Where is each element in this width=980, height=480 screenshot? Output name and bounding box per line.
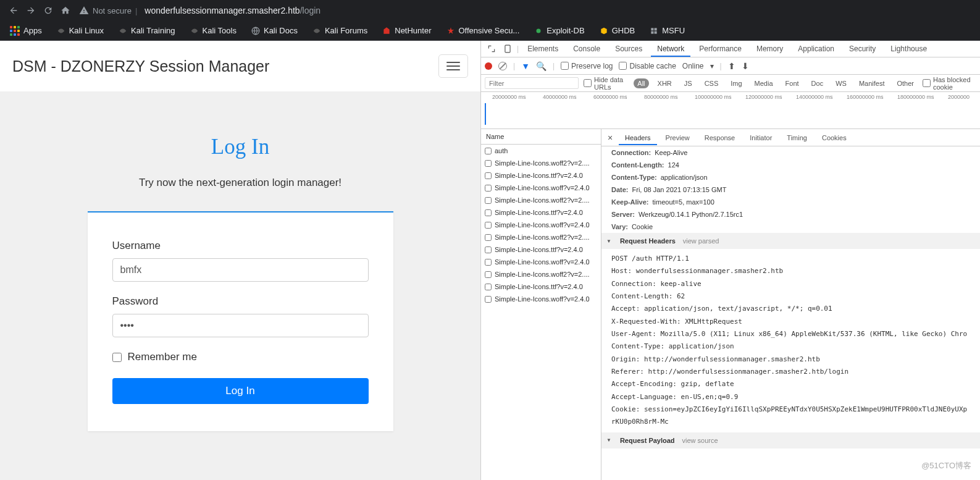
bookmark-msfu[interactable]: MSFU <box>645 23 690 38</box>
online-selector[interactable]: Online <box>682 62 704 70</box>
request-checkbox[interactable] <box>485 209 492 216</box>
hamburger-menu[interactable] <box>438 54 468 78</box>
request-item[interactable]: Simple-Line-Icons.woff2?v=2.... <box>481 157 601 169</box>
request-payload-section[interactable]: Request Payload view source <box>601 432 980 448</box>
filter-xhr[interactable]: XHR <box>654 78 676 88</box>
filter-input[interactable] <box>485 77 579 89</box>
filter-js[interactable]: JS <box>681 78 696 88</box>
password-input[interactable] <box>112 314 369 337</box>
chevron-down-icon[interactable]: ▾ <box>710 62 714 70</box>
tab-security[interactable]: Security <box>843 41 882 57</box>
request-checkbox[interactable] <box>485 284 492 290</box>
detail-tab-initiator[interactable]: Initiator <box>743 130 778 145</box>
clear-button[interactable] <box>498 62 507 70</box>
name-column-header[interactable]: Name <box>481 129 601 145</box>
request-item[interactable]: Simple-Line-Icons.woff?v=2.4.0 <box>481 182 601 194</box>
bookmark-kali-forums[interactable]: Kali Forums <box>308 23 372 38</box>
tab-network[interactable]: Network <box>651 41 690 57</box>
device-icon[interactable] <box>501 42 514 56</box>
filter-media[interactable]: Media <box>751 78 777 88</box>
request-name: Simple-Line-Icons.ttf?v=2.4.0 <box>495 283 583 290</box>
detail-panel: × Headers Preview Response Initiator Tim… <box>601 129 980 480</box>
remember-checkbox[interactable] <box>112 353 122 362</box>
request-item[interactable]: Simple-Line-Icons.woff?v=2.4.0 <box>481 219 601 231</box>
request-item[interactable]: Simple-Line-Icons.woff2?v=2.... <box>481 268 601 280</box>
bookmark-nethunter[interactable]: NetHunter <box>377 23 436 38</box>
tab-lighthouse[interactable]: Lighthouse <box>884 41 933 57</box>
filter-ws[interactable]: WS <box>832 78 850 88</box>
request-checkbox[interactable] <box>485 148 492 154</box>
request-checkbox[interactable] <box>485 172 492 179</box>
tab-memory[interactable]: Memory <box>750 41 789 57</box>
disable-cache-checkbox[interactable] <box>619 62 627 70</box>
request-item[interactable]: Simple-Line-Icons.woff2?v=2.... <box>481 194 601 206</box>
bookmark-kali-tools[interactable]: Kali Tools <box>185 23 241 38</box>
bookmark-kali-training[interactable]: Kali Training <box>114 23 180 38</box>
filter-img[interactable]: Img <box>727 78 745 88</box>
has-blocked-checkbox[interactable] <box>923 79 931 87</box>
request-checkbox[interactable] <box>485 222 492 229</box>
tab-console[interactable]: Console <box>567 41 606 57</box>
request-item[interactable]: auth <box>481 145 601 157</box>
preserve-log-checkbox[interactable] <box>561 62 569 70</box>
bookmark-ghdb[interactable]: GHDB <box>595 23 640 38</box>
inspect-icon[interactable] <box>485 42 498 56</box>
request-checkbox[interactable] <box>485 259 492 266</box>
request-item[interactable]: Simple-Line-Icons.ttf?v=2.4.0 <box>481 206 601 219</box>
request-checkbox[interactable] <box>485 246 492 253</box>
filter-icon[interactable]: ▼ <box>521 61 530 71</box>
tab-elements[interactable]: Elements <box>521 41 564 57</box>
detail-tab-cookies[interactable]: Cookies <box>816 130 853 145</box>
bookmark-kali-linux[interactable]: Kali Linux <box>52 23 109 38</box>
request-checkbox[interactable] <box>485 296 492 303</box>
bookmark-offensive[interactable]: Offensive Secu... <box>442 23 525 38</box>
filter-manifest[interactable]: Manifest <box>855 78 889 88</box>
hide-data-urls-checkbox[interactable] <box>584 79 592 87</box>
home-button[interactable] <box>57 2 74 19</box>
filter-font[interactable]: Font <box>782 78 803 88</box>
request-checkbox[interactable] <box>485 160 492 167</box>
tab-application[interactable]: Application <box>792 41 840 57</box>
bookmark-kali-docs[interactable]: Kali Docs <box>246 23 303 38</box>
apps-bookmark[interactable]: Apps <box>5 23 47 38</box>
filter-all[interactable]: All <box>634 78 648 88</box>
reload-button[interactable] <box>40 2 57 19</box>
forward-button[interactable] <box>22 2 40 19</box>
request-item[interactable]: Simple-Line-Icons.woff?v=2.4.0 <box>481 256 601 268</box>
tab-performance[interactable]: Performance <box>693 41 748 57</box>
request-item[interactable]: Simple-Line-Icons.woff?v=2.4.0 <box>481 293 601 305</box>
view-source-link[interactable]: view source <box>682 437 718 444</box>
request-item[interactable]: Simple-Line-Icons.woff2?v=2.... <box>481 231 601 243</box>
detail-tab-response[interactable]: Response <box>698 130 742 145</box>
security-indicator[interactable]: Not secure | wonderfulsessionmanager.sma… <box>79 6 320 15</box>
request-item[interactable]: Simple-Line-Icons.ttf?v=2.4.0 <box>481 280 601 293</box>
download-icon[interactable]: ⬇ <box>742 61 749 71</box>
timeline-tick: 120000000 ms <box>745 94 782 100</box>
detail-tab-timing[interactable]: Timing <box>781 130 813 145</box>
nethunter-icon <box>382 27 391 35</box>
detail-tab-headers[interactable]: Headers <box>619 130 657 145</box>
network-timeline[interactable]: 20000000 ms40000000 ms60000000 ms8000000… <box>481 92 980 129</box>
login-button[interactable]: Log In <box>112 378 369 404</box>
request-headers-section[interactable]: Request Headers view parsed <box>601 233 980 249</box>
request-checkbox[interactable] <box>485 197 492 204</box>
filter-other[interactable]: Other <box>893 78 918 88</box>
request-checkbox[interactable] <box>485 185 492 192</box>
page-title: DSM - DZONERZY Session Manager <box>12 57 269 75</box>
bookmark-exploit-db[interactable]: Exploit-DB <box>529 23 589 38</box>
record-button[interactable] <box>485 62 492 70</box>
back-button[interactable] <box>5 2 22 19</box>
filter-doc[interactable]: Doc <box>808 78 827 88</box>
request-item[interactable]: Simple-Line-Icons.ttf?v=2.4.0 <box>481 169 601 182</box>
request-checkbox[interactable] <box>485 271 492 278</box>
filter-css[interactable]: CSS <box>701 78 722 88</box>
view-parsed-link[interactable]: view parsed <box>683 237 719 245</box>
username-input[interactable] <box>112 258 369 282</box>
detail-tab-preview[interactable]: Preview <box>660 130 696 145</box>
close-icon[interactable]: × <box>604 133 616 143</box>
tab-sources[interactable]: Sources <box>609 41 648 57</box>
search-icon[interactable]: 🔍 <box>536 61 547 71</box>
request-checkbox[interactable] <box>485 234 492 241</box>
upload-icon[interactable]: ⬆ <box>728 61 735 71</box>
request-item[interactable]: Simple-Line-Icons.ttf?v=2.4.0 <box>481 243 601 256</box>
